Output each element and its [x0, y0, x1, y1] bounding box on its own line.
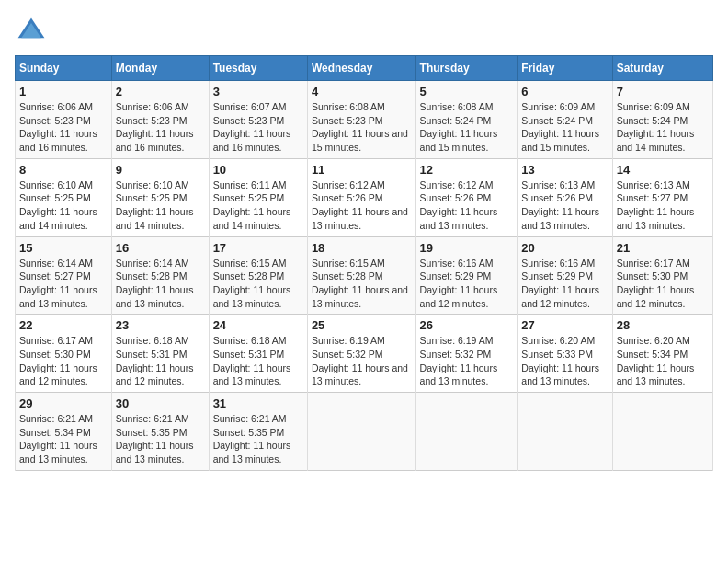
day-number: 17: [213, 241, 303, 255]
day-number: 21: [617, 241, 709, 255]
day-number: 10: [213, 163, 303, 177]
calendar-cell: 14Sunrise: 6:13 AMSunset: 5:27 PMDayligh…: [612, 158, 712, 236]
calendar-table: SundayMondayTuesdayWednesdayThursdayFrid…: [15, 55, 713, 471]
calendar-cell: [518, 393, 612, 471]
day-number: 27: [521, 318, 608, 332]
day-number: 5: [420, 85, 514, 98]
calendar-cell: 19Sunrise: 6:16 AMSunset: 5:29 PMDayligh…: [415, 236, 518, 315]
day-info: Sunrise: 6:11 AMSunset: 5:25 PMDaylight:…: [213, 178, 303, 233]
day-info: Sunrise: 6:21 AMSunset: 5:35 PMDaylight:…: [213, 412, 303, 466]
calendar-cell: [612, 393, 712, 471]
header-sunday: Sunday: [16, 56, 112, 81]
calendar-week-row: 8Sunrise: 6:10 AMSunset: 5:25 PMDaylight…: [16, 158, 713, 236]
calendar-cell: [415, 393, 518, 471]
header-tuesday: Tuesday: [209, 56, 307, 81]
calendar-cell: 2Sunrise: 6:06 AMSunset: 5:23 PMDaylight…: [111, 81, 209, 159]
day-number: 11: [312, 163, 412, 177]
header-thursday: Thursday: [415, 56, 518, 81]
day-info: Sunrise: 6:12 AMSunset: 5:26 PMDaylight:…: [420, 178, 514, 233]
calendar-week-row: 15Sunrise: 6:14 AMSunset: 5:27 PMDayligh…: [16, 236, 713, 315]
day-number: 22: [19, 318, 108, 332]
calendar-cell: 20Sunrise: 6:16 AMSunset: 5:29 PMDayligh…: [518, 236, 612, 315]
calendar-cell: 1Sunrise: 6:06 AMSunset: 5:23 PMDaylight…: [16, 81, 112, 159]
day-info: Sunrise: 6:07 AMSunset: 5:23 PMDaylight:…: [213, 100, 303, 155]
day-number: 3: [213, 85, 303, 98]
calendar-cell: 11Sunrise: 6:12 AMSunset: 5:26 PMDayligh…: [307, 158, 415, 236]
logo: [15, 15, 51, 48]
day-number: 16: [116, 241, 205, 255]
day-number: 25: [312, 318, 412, 332]
page-header: [15, 15, 713, 48]
day-number: 4: [312, 85, 412, 98]
day-number: 7: [617, 85, 709, 98]
day-info: Sunrise: 6:18 AMSunset: 5:31 PMDaylight:…: [116, 334, 205, 388]
calendar-week-row: 29Sunrise: 6:21 AMSunset: 5:34 PMDayligh…: [16, 393, 713, 471]
calendar-cell: 16Sunrise: 6:14 AMSunset: 5:28 PMDayligh…: [111, 236, 209, 315]
calendar-cell: 5Sunrise: 6:08 AMSunset: 5:24 PMDaylight…: [415, 81, 518, 159]
calendar-cell: 30Sunrise: 6:21 AMSunset: 5:35 PMDayligh…: [111, 393, 209, 471]
day-number: 15: [19, 241, 108, 255]
calendar-cell: 27Sunrise: 6:20 AMSunset: 5:33 PMDayligh…: [518, 315, 612, 393]
day-number: 24: [213, 318, 303, 332]
day-info: Sunrise: 6:19 AMSunset: 5:32 PMDaylight:…: [312, 334, 412, 388]
calendar-cell: 15Sunrise: 6:14 AMSunset: 5:27 PMDayligh…: [16, 236, 112, 315]
calendar-cell: 28Sunrise: 6:20 AMSunset: 5:34 PMDayligh…: [612, 315, 712, 393]
calendar-cell: 17Sunrise: 6:15 AMSunset: 5:28 PMDayligh…: [209, 236, 307, 315]
day-number: 19: [420, 241, 514, 255]
day-number: 31: [213, 396, 303, 410]
day-info: Sunrise: 6:20 AMSunset: 5:34 PMDaylight:…: [617, 334, 709, 388]
day-info: Sunrise: 6:08 AMSunset: 5:24 PMDaylight:…: [420, 100, 514, 155]
calendar-cell: 3Sunrise: 6:07 AMSunset: 5:23 PMDaylight…: [209, 81, 307, 159]
day-info: Sunrise: 6:20 AMSunset: 5:33 PMDaylight:…: [521, 334, 608, 388]
calendar-cell: 18Sunrise: 6:15 AMSunset: 5:28 PMDayligh…: [307, 236, 415, 315]
day-info: Sunrise: 6:21 AMSunset: 5:35 PMDaylight:…: [116, 412, 205, 466]
calendar-cell: 24Sunrise: 6:18 AMSunset: 5:31 PMDayligh…: [209, 315, 307, 393]
calendar-cell: 26Sunrise: 6:19 AMSunset: 5:32 PMDayligh…: [415, 315, 518, 393]
day-info: Sunrise: 6:16 AMSunset: 5:29 PMDaylight:…: [521, 257, 608, 311]
calendar-header-row: SundayMondayTuesdayWednesdayThursdayFrid…: [16, 56, 713, 81]
calendar-cell: 13Sunrise: 6:13 AMSunset: 5:26 PMDayligh…: [518, 158, 612, 236]
calendar-cell: 6Sunrise: 6:09 AMSunset: 5:24 PMDaylight…: [518, 81, 612, 159]
day-number: 1: [19, 85, 108, 98]
day-number: 8: [19, 163, 108, 177]
header-saturday: Saturday: [612, 56, 712, 81]
day-info: Sunrise: 6:15 AMSunset: 5:28 PMDaylight:…: [312, 257, 412, 311]
day-info: Sunrise: 6:16 AMSunset: 5:29 PMDaylight:…: [420, 257, 514, 311]
day-number: 14: [617, 163, 709, 177]
calendar-week-row: 1Sunrise: 6:06 AMSunset: 5:23 PMDaylight…: [16, 81, 713, 159]
calendar-cell: 23Sunrise: 6:18 AMSunset: 5:31 PMDayligh…: [111, 315, 209, 393]
calendar-cell: 21Sunrise: 6:17 AMSunset: 5:30 PMDayligh…: [612, 236, 712, 315]
day-info: Sunrise: 6:09 AMSunset: 5:24 PMDaylight:…: [521, 100, 608, 155]
calendar-cell: 8Sunrise: 6:10 AMSunset: 5:25 PMDaylight…: [16, 158, 112, 236]
calendar-cell: 29Sunrise: 6:21 AMSunset: 5:34 PMDayligh…: [16, 393, 112, 471]
day-number: 29: [19, 396, 108, 410]
calendar-cell: 31Sunrise: 6:21 AMSunset: 5:35 PMDayligh…: [209, 393, 307, 471]
calendar-cell: 10Sunrise: 6:11 AMSunset: 5:25 PMDayligh…: [209, 158, 307, 236]
day-info: Sunrise: 6:17 AMSunset: 5:30 PMDaylight:…: [19, 334, 108, 388]
day-number: 2: [116, 85, 205, 98]
day-number: 28: [617, 318, 709, 332]
day-info: Sunrise: 6:15 AMSunset: 5:28 PMDaylight:…: [213, 257, 303, 311]
calendar-cell: 22Sunrise: 6:17 AMSunset: 5:30 PMDayligh…: [16, 315, 112, 393]
day-info: Sunrise: 6:10 AMSunset: 5:25 PMDaylight:…: [19, 178, 108, 233]
calendar-cell: 4Sunrise: 6:08 AMSunset: 5:23 PMDaylight…: [307, 81, 415, 159]
day-number: 13: [521, 163, 608, 177]
day-info: Sunrise: 6:12 AMSunset: 5:26 PMDaylight:…: [312, 178, 412, 233]
calendar-cell: 25Sunrise: 6:19 AMSunset: 5:32 PMDayligh…: [307, 315, 415, 393]
day-info: Sunrise: 6:13 AMSunset: 5:26 PMDaylight:…: [521, 178, 608, 233]
day-number: 18: [312, 241, 412, 255]
day-number: 6: [521, 85, 608, 98]
day-info: Sunrise: 6:06 AMSunset: 5:23 PMDaylight:…: [116, 100, 205, 155]
day-info: Sunrise: 6:19 AMSunset: 5:32 PMDaylight:…: [420, 334, 514, 388]
day-number: 12: [420, 163, 514, 177]
day-number: 26: [420, 318, 514, 332]
day-info: Sunrise: 6:18 AMSunset: 5:31 PMDaylight:…: [213, 334, 303, 388]
day-number: 30: [116, 396, 205, 410]
day-info: Sunrise: 6:21 AMSunset: 5:34 PMDaylight:…: [19, 412, 108, 466]
logo-icon: [15, 15, 48, 48]
calendar-week-row: 22Sunrise: 6:17 AMSunset: 5:30 PMDayligh…: [16, 315, 713, 393]
day-info: Sunrise: 6:14 AMSunset: 5:28 PMDaylight:…: [116, 257, 205, 311]
day-info: Sunrise: 6:13 AMSunset: 5:27 PMDaylight:…: [617, 178, 709, 233]
day-number: 23: [116, 318, 205, 332]
calendar-cell: 12Sunrise: 6:12 AMSunset: 5:26 PMDayligh…: [415, 158, 518, 236]
